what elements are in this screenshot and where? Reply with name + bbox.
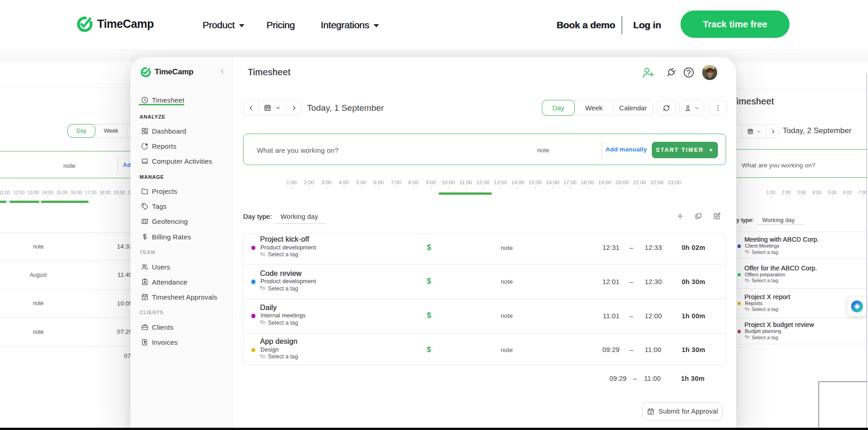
select-tag-button[interactable]: Select a tag	[260, 251, 298, 258]
right-window-daytype-value[interactable]: Working day	[762, 217, 795, 223]
hour-label: 11:00	[0, 190, 10, 195]
sidebar-item-timesheet-approvals[interactable]: Timesheet Approvals	[141, 292, 217, 303]
select-tag-button[interactable]: Select a tag	[260, 353, 298, 360]
sidebar-item-invoices[interactable]: Invoices	[141, 337, 178, 348]
map-icon	[141, 218, 149, 225]
sidebar-item-geofencing[interactable]: Geofencing	[141, 216, 188, 227]
entry-time-dash: –	[629, 244, 633, 251]
entry-note[interactable]: note	[501, 312, 513, 319]
book-demo-link[interactable]: Book a demo	[556, 0, 615, 50]
sidebar-item-users[interactable]: Users	[141, 261, 170, 272]
integrations-plug-icon[interactable]	[665, 67, 677, 78]
tab-calendar[interactable]: Calendar	[613, 100, 653, 115]
hour-label: 1:00	[286, 180, 296, 185]
add-entry-icon[interactable]	[676, 212, 684, 220]
sidebar-collapse-button[interactable]	[219, 68, 226, 75]
refresh-button[interactable]	[657, 100, 676, 116]
left-window-tab-week[interactable]: Week	[95, 124, 127, 137]
select-tag-button[interactable]: Select a tag	[745, 306, 778, 312]
left-window-tab-day[interactable]: Day	[68, 124, 95, 138]
entry-note[interactable]: note	[501, 244, 513, 251]
timer-note[interactable]: note	[537, 147, 549, 154]
right-window-daytype-underline	[758, 224, 804, 225]
next-day-button[interactable]	[286, 100, 301, 115]
person-icon	[684, 104, 691, 112]
entry-end-time[interactable]: 11:00	[645, 346, 662, 353]
hour-tick	[47, 196, 48, 198]
more-options-button[interactable]	[708, 100, 727, 116]
billable-rate-icon[interactable]: $	[427, 277, 431, 285]
hour-tick	[863, 196, 863, 198]
entry-end-time[interactable]: 12:30	[645, 278, 662, 285]
select-tag-button[interactable]: Select a tag	[745, 335, 778, 340]
select-tag-button[interactable]: Select a tag	[260, 285, 298, 292]
right-window-timer-placeholder[interactable]: What are you working on?	[742, 162, 816, 169]
entry-note[interactable]: note	[501, 278, 513, 285]
select-tag-button[interactable]: Select a tag	[745, 249, 778, 255]
avatar[interactable]	[702, 65, 717, 80]
total-end-time: 11:00	[644, 375, 661, 382]
calendar-button[interactable]	[258, 100, 286, 115]
daytype-underline	[275, 223, 326, 224]
entry-note[interactable]: note	[501, 347, 513, 353]
add-manually-link[interactable]: Add manually	[606, 146, 647, 153]
nav-item-integrations[interactable]: Integrations	[321, 0, 379, 50]
nav-item-integrations-label: Integrations	[321, 20, 369, 31]
entry-start-time[interactable]: 09:29	[603, 346, 620, 353]
invite-user-icon[interactable]	[642, 66, 655, 79]
hour-tick	[413, 186, 414, 189]
select-tag-button[interactable]: Select a tag	[260, 320, 298, 326]
start-timer-button[interactable]: START TIMER	[652, 142, 718, 158]
user-filter-button[interactable]	[679, 100, 704, 116]
right-window-calendar-button[interactable]	[742, 125, 766, 138]
sidebar-item-tags[interactable]: Tags	[141, 201, 167, 212]
sidebar-item-clients[interactable]: Clients	[141, 321, 173, 332]
left-window-note[interactable]: note	[63, 162, 75, 169]
sidebar-item-projects[interactable]: Projects	[141, 186, 177, 197]
site-brand-text: TimeCamp	[97, 17, 154, 31]
calendar-icon	[747, 128, 754, 135]
timer-input-placeholder[interactable]: What are you working on?	[257, 146, 338, 154]
site-nav: TimeCamp Product Pricing Integrations Bo…	[0, 0, 868, 50]
sidebar-item-billing-rates[interactable]: Billing Rates	[141, 231, 191, 242]
tab-day[interactable]: Day	[542, 100, 575, 116]
track-time-free-button[interactable]: Track time free	[681, 10, 790, 38]
sidebar-item-reports[interactable]: Reports	[141, 141, 177, 152]
billable-rate-icon[interactable]: $	[427, 346, 431, 354]
select-tag-button[interactable]: Select a tag	[745, 278, 778, 283]
nav-item-pricing-label: Pricing	[266, 20, 295, 31]
help-icon[interactable]	[683, 67, 695, 78]
prev-day-button[interactable]	[244, 100, 258, 115]
chat-widget-logo-icon	[851, 300, 863, 312]
bulk-edit-icon[interactable]	[713, 212, 721, 220]
chat-widget-button[interactable]	[847, 297, 867, 316]
hour-tick	[361, 186, 362, 189]
project-color-dot	[738, 302, 741, 305]
entry-end-time[interactable]: 12:00	[645, 312, 662, 320]
calendar-check-icon	[647, 408, 655, 415]
sidebar-item-computer-activities[interactable]: Computer Activities	[141, 156, 212, 167]
daytype-value[interactable]: Working day	[281, 213, 318, 220]
row-separator	[713, 232, 867, 232]
entry-start-time[interactable]: 12:01	[603, 278, 620, 285]
nav-item-pricing[interactable]: Pricing	[266, 0, 295, 50]
hour-label: 11:00	[459, 180, 472, 185]
entry-start-time[interactable]: 11:01	[603, 312, 620, 320]
tab-week[interactable]: Week	[574, 100, 613, 115]
chevron-left-icon	[248, 104, 255, 111]
login-link[interactable]: Log in	[633, 0, 661, 50]
sidebar-item-attendance[interactable]: Attendance	[141, 276, 187, 287]
submit-for-approval-button[interactable]: Submit for Approval	[642, 402, 722, 420]
billable-rate-icon[interactable]: $	[427, 311, 431, 320]
dollar-icon	[141, 233, 149, 241]
sidebar-item-dashboard[interactable]: Dashboard	[141, 126, 186, 137]
billable-rate-icon[interactable]: $	[427, 243, 431, 252]
entry-end-time[interactable]: 12:33	[645, 244, 662, 251]
sidebar-logo[interactable]: TimeCamp	[140, 67, 193, 78]
copy-icon[interactable]	[695, 212, 702, 220]
nav-item-product[interactable]: Product	[203, 0, 244, 50]
right-window-next-day-button[interactable]	[766, 125, 779, 138]
entry-start-time[interactable]: 12:31	[603, 244, 620, 251]
hour-tick	[587, 186, 588, 189]
site-logo[interactable]: TimeCamp	[77, 15, 154, 32]
